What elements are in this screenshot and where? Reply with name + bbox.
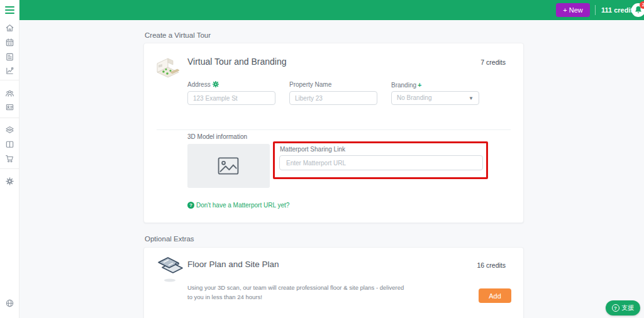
home-icon [5,23,14,33]
app-screen: + New 111 credits 2 AY [0,0,644,318]
branding-label: Branding+ [391,81,421,89]
card-credits: 7 credits [480,58,506,66]
sidebar-divider [0,168,19,169]
notifications-button[interactable]: 2 [631,3,644,17]
calendar-icon [5,38,14,47]
cart-icon [5,154,14,163]
question-circle-icon: ? [187,202,194,209]
support-button[interactable]: ? 支援 [606,300,640,315]
menu-icon[interactable] [5,6,14,14]
property-name-label: Property Name [289,81,331,88]
card-title: Floor Plan and Site Plan [187,260,279,269]
matterport-url-input[interactable] [279,155,483,170]
gear-icon [5,177,14,186]
card-title: Virtual Tour and Branding [187,57,286,67]
virtual-tour-3d-room-icon [154,53,182,81]
floor-plan-icon [157,255,184,283]
sidebar-item-orders[interactable] [5,52,14,62]
sidebar-item-home[interactable] [5,23,14,33]
sidebar-item-calendar[interactable] [5,38,14,47]
sidebar-divider [0,80,19,80]
add-button[interactable]: Add [479,288,511,303]
matterport-help-link[interactable]: ? Don't have a Matterport URL yet? [187,202,289,209]
sidebar-item-analytics[interactable] [5,66,14,75]
floor-plan-description: Using your 3D scan, our team will create… [187,283,404,302]
property-name-input[interactable] [289,91,377,105]
chart-icon [5,66,14,75]
notification-badge: 2 [640,1,644,9]
matterport-label: Matterport Sharing Link [280,146,345,153]
header-divider [595,5,596,15]
globe-icon [5,299,14,308]
sidebar-nav [0,0,19,318]
help-link-text: Don't have a Matterport URL yet? [196,202,289,209]
image-placeholder-icon [218,157,239,175]
top-header: + New 111 credits 2 AY [19,0,644,20]
matterport-highlight-box: Matterport Sharing Link [273,141,488,179]
card-divider [157,129,511,130]
branding-selected-value: No Branding [397,94,432,101]
branding-select[interactable]: No Branding ▼ [391,91,479,105]
sidebar-item-language[interactable] [5,299,14,308]
sidebar-item-cart[interactable] [5,154,14,163]
address-gear-icon [213,81,219,87]
sidebar-item-team[interactable] [5,89,14,98]
question-circle-icon: ? [612,304,619,312]
page-title: Create a Virtual Tour [145,31,211,39]
users-icon [5,89,14,98]
support-label: 支援 [622,304,635,312]
layers-3d-icon [5,125,14,134]
chevron-down-icon: ▼ [469,92,474,106]
model-preview-placeholder [187,144,270,188]
sidebar-item-catalog[interactable] [5,140,14,149]
address-label: Address [187,81,219,88]
document-icon [5,52,14,62]
sidebar-item-3d-models[interactable] [5,125,14,134]
virtual-tour-card: Virtual Tour and Branding 7 credits Addr… [143,43,524,223]
floor-plan-card: Floor Plan and Site Plan 16 credits Usin… [143,247,524,318]
card-credits: 16 credits [477,261,506,269]
model-section-label: 3D Model information [187,133,247,140]
extras-heading: Optional Extras [145,235,194,243]
sidebar-item-contacts[interactable] [5,102,14,112]
branding-add-icon[interactable]: + [418,81,421,89]
columns-icon [5,140,14,149]
new-button[interactable]: + New [556,3,590,17]
sidebar-divider [0,118,19,118]
sidebar-item-settings[interactable] [5,177,14,186]
id-card-icon [5,102,14,112]
address-input[interactable] [187,91,275,105]
